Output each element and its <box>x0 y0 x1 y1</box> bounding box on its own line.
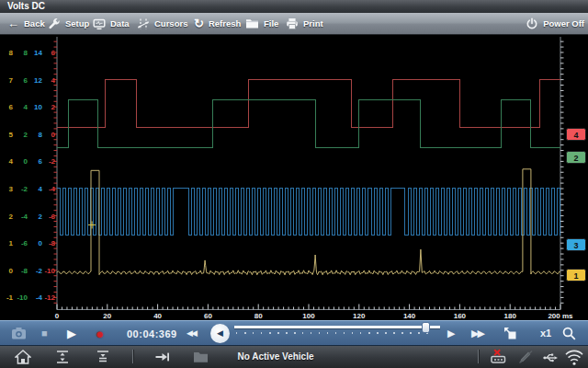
data-button[interactable]: Data <box>93 13 130 34</box>
setup-button[interactable]: Setup <box>48 13 89 34</box>
svg-text:200 ms: 200 ms <box>548 312 573 320</box>
dock-input-icon[interactable] <box>154 351 170 367</box>
forward-button[interactable]: ▶ <box>447 328 455 339</box>
svg-text:6: 6 <box>24 76 28 85</box>
cursors-button[interactable]: Cursors <box>137 13 187 34</box>
top-toolbar: ← Back Setup Data Cursors ↻ Refresh File… <box>0 13 588 35</box>
svg-text:-4: -4 <box>21 213 28 221</box>
svg-text:140: 140 <box>403 312 416 320</box>
zoom-factor-label[interactable]: x1 <box>540 328 551 339</box>
svg-text:-8: -8 <box>21 267 28 275</box>
scope-module-disconnected-icon[interactable] <box>489 349 507 368</box>
power-icon <box>526 17 538 30</box>
waveform-ch4 <box>57 80 560 128</box>
svg-text:14: 14 <box>34 49 42 57</box>
svg-text:-8: -8 <box>49 239 56 247</box>
svg-text:1: 1 <box>573 271 578 281</box>
svg-text:7: 7 <box>9 76 14 85</box>
step-back-button[interactable]: ◀ <box>210 324 230 343</box>
svg-text:-2: -2 <box>21 185 28 193</box>
svg-text:0: 0 <box>55 312 60 320</box>
fullscreen-icon[interactable] <box>503 327 517 343</box>
svg-text:4: 4 <box>24 103 28 111</box>
svg-text:6: 6 <box>9 103 14 111</box>
svg-text:6: 6 <box>51 49 56 57</box>
divider <box>132 350 133 363</box>
refresh-button[interactable]: ↻ Refresh <box>194 13 241 34</box>
channel-badge-1[interactable]: 1 <box>567 270 586 282</box>
svg-text:-4: -4 <box>49 185 56 193</box>
svg-text:-1: -1 <box>6 293 14 302</box>
svg-text:120: 120 <box>353 312 366 320</box>
play-button[interactable]: ▶ <box>67 328 76 339</box>
svg-text:-12: -12 <box>44 293 55 302</box>
svg-text:2: 2 <box>51 103 56 111</box>
svg-text:4: 4 <box>9 157 14 166</box>
svg-text:160: 160 <box>454 312 467 320</box>
svg-text:3: 3 <box>9 185 14 193</box>
svg-text:-6: -6 <box>21 239 28 247</box>
svg-text:5: 5 <box>9 131 14 139</box>
wifi-icon[interactable] <box>564 348 584 368</box>
notes-pencil-icon[interactable] <box>518 350 534 368</box>
slider-thumb[interactable] <box>422 322 430 333</box>
svg-text:180: 180 <box>504 312 517 320</box>
svg-text:4: 4 <box>51 76 56 85</box>
fast-forward-button[interactable]: ▶▶ <box>471 328 483 339</box>
power-off-button[interactable]: Power Off <box>526 13 584 34</box>
expand-vertical-icon[interactable] <box>55 350 70 368</box>
rewind-button[interactable]: ◀◀ <box>187 329 196 338</box>
svg-text:100: 100 <box>302 312 315 320</box>
print-button[interactable]: Print <box>286 13 323 34</box>
channel-badge-3[interactable]: 3 <box>567 239 586 251</box>
svg-text:2: 2 <box>39 213 43 221</box>
svg-text:4: 4 <box>39 185 43 193</box>
x-axis-labels: 020406080100120140160180200 ms <box>55 312 573 320</box>
file-button[interactable]: File <box>245 13 278 34</box>
slider-track[interactable] <box>234 326 440 328</box>
refresh-icon: ↻ <box>194 17 204 29</box>
monitor-icon <box>93 17 106 30</box>
svg-text:6: 6 <box>39 157 43 166</box>
stop-button[interactable]: ■ <box>41 328 48 339</box>
saved-data-folder-icon[interactable] <box>193 351 209 367</box>
svg-text:0: 0 <box>39 239 43 247</box>
svg-text:0: 0 <box>9 267 14 275</box>
collapse-vertical-icon[interactable] <box>96 350 110 368</box>
back-arrow-icon: ← <box>7 17 19 29</box>
magnifier-icon[interactable] <box>561 326 577 344</box>
waveform-plot[interactable]: 876543210-186420-2-4-6-8-1014121086420-2… <box>0 35 588 320</box>
slider-tick-marks <box>236 332 435 334</box>
svg-text:12: 12 <box>34 76 42 85</box>
timeline-slider[interactable] <box>232 321 442 345</box>
svg-text:-2: -2 <box>36 267 43 275</box>
svg-text:8: 8 <box>39 131 43 139</box>
y-axis-ch3: 14121086420-2-4 <box>34 49 42 302</box>
svg-text:-10: -10 <box>44 267 55 275</box>
svg-text:2: 2 <box>573 154 578 163</box>
bottom-status-bar: No Active Vehicle <box>0 346 588 368</box>
scan-tool-screen: { "window": { "title": "Volts DC" }, "ic… <box>0 0 588 368</box>
y-axis-ch4: 6420-2-4-6-8-10-12 <box>44 49 55 302</box>
svg-text:80: 80 <box>254 312 263 320</box>
svg-text:40: 40 <box>153 312 162 320</box>
record-button[interactable]: ● <box>96 327 104 340</box>
svg-text:0: 0 <box>51 131 56 139</box>
active-vehicle-label[interactable]: No Active Vehicle <box>225 351 326 362</box>
home-icon[interactable] <box>15 350 31 368</box>
wrench-icon <box>48 17 61 30</box>
svg-text:-2: -2 <box>49 157 56 166</box>
svg-text:4: 4 <box>573 131 578 140</box>
channel-badge-4[interactable]: 4 <box>567 129 586 141</box>
back-button[interactable]: ← Back <box>7 13 45 34</box>
svg-text:1: 1 <box>9 239 14 247</box>
usb-icon[interactable] <box>542 350 559 368</box>
page-title: Volts DC <box>7 1 45 11</box>
playback-time: 00:04:369 <box>127 329 177 339</box>
playback-bar: ■ ▶ ● 00:04:369 ◀◀ ◀ ▶ ▶▶ x1 <box>0 320 588 346</box>
camera-snapshot-icon[interactable] <box>11 327 27 343</box>
y-axis-ch1: 876543210-1 <box>6 49 14 302</box>
channel-badge-2[interactable]: 2 <box>567 152 586 164</box>
scope-display[interactable]: 876543210-186420-2-4-6-8-1014121086420-2… <box>0 35 588 320</box>
printer-icon <box>286 17 299 30</box>
